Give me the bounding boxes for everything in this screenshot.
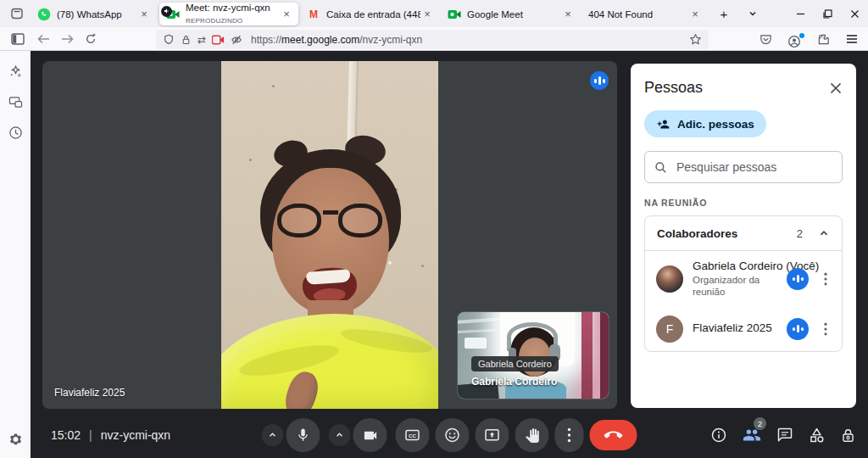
window-close-button[interactable] [841,0,868,27]
window-minimize-button[interactable] [787,0,814,27]
close-icon[interactable] [829,81,843,95]
tab-google-meet[interactable]: Google Meet × [441,3,580,25]
url-bar[interactable]: ⇄ https://meet.google.com/nvz-ycmi-qxn [156,30,709,49]
window-maximize-button[interactable] [814,0,841,27]
url-text: https://meet.google.com/nvz-ycmi-qxn [251,34,683,46]
host-controls-button[interactable] [840,427,856,444]
close-icon[interactable]: × [137,8,151,20]
mic-button[interactable] [287,418,320,452]
search-people-box[interactable] [644,151,843,183]
panel-title: Pessoas [644,79,703,97]
person-add-icon [656,118,670,131]
new-tab-button[interactable]: + [714,5,734,22]
search-icon [654,161,667,174]
close-icon[interactable]: × [420,8,434,20]
hangup-button[interactable] [590,420,637,450]
account-notification-dot [799,33,804,38]
reactions-button[interactable] [436,418,470,452]
history-icon[interactable] [5,122,25,142]
forward-icon[interactable] [56,30,78,48]
meet-favicon [166,8,180,21]
menu-icon[interactable] [841,30,863,48]
tab-404[interactable]: 404 Not Found × [581,3,707,25]
tab-title: Meet: nvz-ycmi-qxn [186,3,280,14]
people-button[interactable]: 2 [742,426,762,444]
avatar: F [656,316,683,343]
tab-gmail[interactable]: M Caixa de entrada (448) - gabi × [300,3,439,25]
video-feed [221,61,438,409]
raise-hand-button[interactable] [515,418,549,452]
tab-title: Google Meet [467,9,561,20]
contributors-group-header[interactable]: Colaboradores 2 [645,216,842,251]
present-icon [484,427,501,444]
audio-level-icon [787,318,809,340]
main-video-tile[interactable]: Flaviafeliz 2025 Gabriela Cordeiro [42,61,617,409]
group-label: Colaboradores [657,227,790,240]
present-button[interactable] [476,418,509,452]
tab-title: 404 Not Found [588,9,688,20]
participant-name-label: Flaviafeliz 2025 [54,387,125,399]
ai-sparkle-icon[interactable] [5,61,25,81]
camera-in-use-icon[interactable] [212,35,225,45]
tab-meet-active[interactable]: Meet: nvz-ycmi-qxn REPRODUZINDO × [159,3,298,25]
tab-title: Caixa de entrada (448) - gabi [326,9,420,20]
tab-list-dropdown[interactable] [743,5,763,22]
close-icon[interactable]: × [280,8,293,20]
account-icon[interactable] [783,32,805,51]
pip-video-tile[interactable]: Gabriela Cordeiro Gabriela Cordeiro [458,312,609,399]
activities-icon [808,427,826,444]
whatsapp-favicon [37,8,51,21]
close-icon[interactable]: × [688,8,702,20]
more-vert-icon [568,427,571,443]
people-count-badge: 2 [754,417,766,430]
pocket-icon[interactable] [754,30,776,48]
raise-hand-icon [525,428,539,443]
participant-row: Gabriela Cordeiro (Você) Organizador da … [645,251,842,307]
group-count: 2 [797,227,803,240]
add-people-button[interactable]: Adic. pessoas [644,110,766,137]
tab-audio-icon[interactable] [161,6,172,17]
mic-options-chevron[interactable] [262,424,284,446]
close-icon[interactable]: × [561,8,575,20]
more-vert-icon[interactable] [818,272,833,286]
sidebar-toggle-icon[interactable] [7,30,29,48]
back-icon[interactable] [32,30,54,48]
permissions-icon[interactable]: ⇄ [198,34,206,46]
search-people-input[interactable] [675,159,832,175]
contributors-group: Colaboradores 2 Gabriela Cordeiro (Você)… [644,215,843,352]
lock-icon[interactable] [181,34,192,46]
mic-icon [296,427,311,443]
audio-level-icon [590,71,609,90]
more-options-button[interactable] [555,418,584,452]
browser-tab-bar: (78) WhatsApp × Meet: nvz-ycmi-qxn REPRO… [0,0,868,27]
reload-icon[interactable] [80,30,102,48]
pip-tooltip: Gabriela Cordeiro [471,356,559,371]
meet-page: Flaviafeliz 2025 Gabriela Cordeiro [31,51,868,458]
camera-button[interactable] [353,418,387,452]
svg-text:CC: CC [409,433,417,438]
activities-button[interactable] [808,427,826,444]
captions-button[interactable]: CC [396,418,430,452]
bookmark-star-icon[interactable] [689,33,702,46]
gmail-favicon: M [307,8,320,21]
settings-gear-icon[interactable] [5,429,25,450]
meeting-details-button[interactable] [710,427,727,444]
meeting-code: nvz-ycmi-qxn [101,428,170,442]
tab-title: (78) WhatsApp [57,9,137,20]
emoji-icon [444,427,461,444]
shield-icon[interactable] [163,34,175,46]
in-meeting-section-label: NA REUNIÃO [644,198,843,208]
firefox-view-icon[interactable] [7,5,27,22]
tab-whatsapp[interactable]: (78) WhatsApp × [31,3,156,25]
audio-level-icon [787,268,809,290]
extensions-icon[interactable] [812,30,834,48]
more-vert-icon[interactable] [818,322,833,336]
eye-slash-icon[interactable] [231,34,242,46]
synced-tabs-icon[interactable] [5,92,25,112]
participant-row: F Flaviafeliz 2025 [645,307,842,351]
chat-button[interactable] [776,427,793,444]
camera-options-chevron[interactable] [329,424,351,446]
chevron-up-icon[interactable] [818,227,830,239]
pip-name-label: Gabriela Cordeiro [471,376,557,388]
firefox-sidebar [0,51,31,458]
